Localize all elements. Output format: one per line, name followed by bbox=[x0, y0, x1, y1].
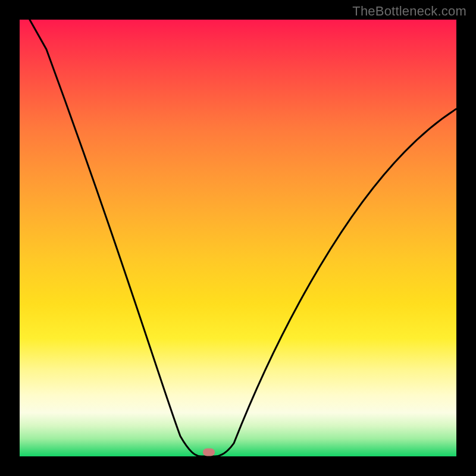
curve-layer bbox=[20, 20, 456, 456]
chart-frame: TheBottleneck.com bbox=[0, 0, 476, 476]
plot-area bbox=[20, 20, 456, 456]
watermark-text: TheBottleneck.com bbox=[352, 4, 466, 19]
optimal-point-marker bbox=[203, 449, 215, 456]
bottleneck-curve bbox=[20, 20, 456, 456]
